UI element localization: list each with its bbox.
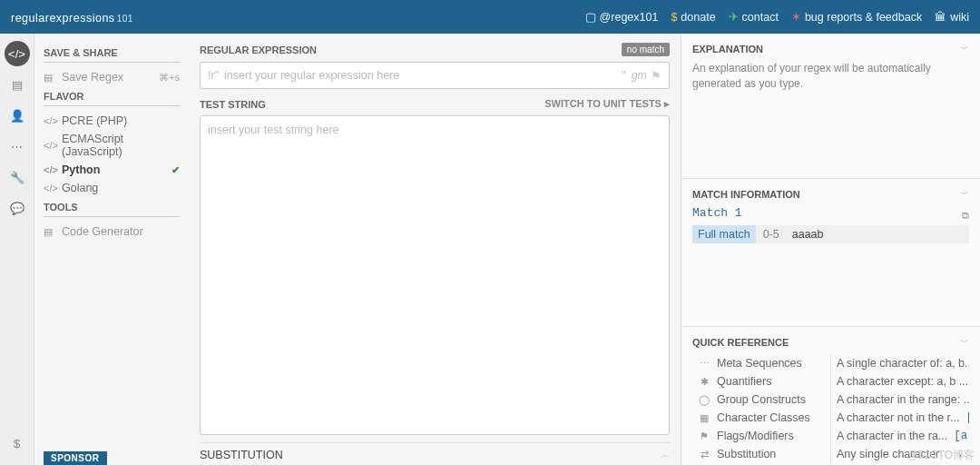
doc-icon: ▤ [44, 226, 56, 238]
regex-title: REGULAR EXPRESSION [200, 45, 317, 55]
flavor-label: Python [62, 163, 100, 176]
qref-desc: A character in the range: ... [837, 393, 969, 406]
link-wiki[interactable]: 🏛wiki [935, 10, 969, 24]
delim-open: !r" [208, 69, 219, 82]
qref-desc: Any single character [837, 448, 939, 460]
sub-title: SUBSTITUTION [200, 449, 283, 461]
regex-placeholder: insert your regular expression here [224, 69, 622, 82]
match-row-head: Match 1 ⧉ [692, 206, 969, 225]
qref-cat-label: Substitution [717, 448, 776, 460]
quickref-categories: ⋯Meta Sequences ✱Quantifiers ◯Group Cons… [692, 354, 831, 463]
code-icon: </> [44, 115, 56, 126]
flavor-label: Golang [62, 182, 98, 194]
regex-flags[interactable]: gm [632, 69, 647, 82]
match-range: 0-5 [756, 225, 787, 243]
sponsor-badge[interactable]: SPONSOR [44, 451, 107, 465]
flavor-pcre[interactable]: </>PCRE (PHP) [44, 112, 180, 130]
logo-light: expressions [49, 12, 114, 25]
right-column: EXPLANATION ﹀ An explanation of your reg… [681, 34, 980, 465]
quickref-title: QUICK REFERENCE [692, 337, 789, 348]
chevron-down-icon[interactable]: ﹀ [960, 336, 969, 349]
qref-cat-group[interactable]: ◯Group Constructs [692, 391, 830, 409]
link-label: contact [742, 11, 779, 24]
logo-sub: 101 [117, 14, 133, 24]
flavor-golang[interactable]: </>Golang [44, 179, 180, 197]
substitution-header[interactable]: SUBSTITUTION ︿ [200, 442, 670, 465]
qref-item[interactable]: A character not in the r...[^a-z] [831, 409, 969, 427]
link-label: bug reports & feedback [805, 11, 922, 24]
qref-token: [^a-z] [966, 411, 970, 424]
link-twitter[interactable]: ▢@regex101 [585, 10, 659, 24]
matchinfo-panel: MATCH INFORMATION ﹀ Match 1 ⧉ Full match… [681, 179, 980, 327]
qref-cat-meta[interactable]: ⋯Meta Sequences [692, 354, 830, 372]
match-row: Full match 0-5 aaaab [692, 225, 969, 243]
qref-item[interactable]: A single character of: a, b...[abc] [831, 354, 969, 372]
qref-cat-class[interactable]: ▦Character Classes [692, 409, 830, 427]
test-title: TEST STRING [200, 99, 266, 110]
twitter-icon: ▢ [585, 10, 596, 24]
flavor-ecmascript[interactable]: </>ECMAScript (JavaScript) [44, 130, 180, 161]
nav-editor-icon[interactable]: </> [5, 41, 30, 66]
qref-item[interactable]: Any single character. [831, 445, 969, 463]
save-share-heading: SAVE & SHARE [44, 47, 180, 63]
match-text: aaaab [787, 225, 829, 243]
explanation-text: An explanation of your regex will be aut… [692, 61, 969, 93]
chevron-up-icon[interactable]: ︿ [661, 449, 670, 461]
delim-close: " [622, 69, 625, 82]
logo: regularexpressions101 [11, 7, 133, 26]
chevron-down-icon[interactable]: ﹀ [960, 43, 969, 55]
nav-settings-icon[interactable]: 🔧 [5, 164, 30, 190]
shortcut-label: ⌘+s [159, 72, 180, 84]
contact-icon: ✈ [729, 10, 739, 24]
center-column: REGULAR EXPRESSION no match !r" insert y… [189, 34, 681, 465]
match-label[interactable]: Match 1 [692, 206, 742, 220]
code-icon: </> [44, 183, 56, 193]
matchinfo-title: MATCH INFORMATION [692, 189, 800, 200]
qref-cat-label: Flags/Modifiers [717, 430, 794, 442]
donate-icon: $ [671, 11, 677, 24]
flag-icon[interactable]: ⚑ [651, 69, 662, 83]
no-match-badge: no match [622, 43, 670, 56]
tools-heading: TOOLS [44, 202, 180, 217]
code-generator-button[interactable]: ▤Code Generator [44, 223, 180, 241]
regex-input[interactable]: !r" insert your regular expression here … [200, 62, 670, 89]
switch-tests-link[interactable]: SWITCH TO UNIT TESTS ▸ [544, 98, 670, 110]
qref-cat-sub[interactable]: ⇄Substitution [692, 445, 830, 463]
logo-bold: regular [11, 12, 49, 25]
export-icon[interactable]: ⧉ [962, 210, 969, 222]
qref-item[interactable]: A character except: a, b ...[^abc] [831, 372, 969, 391]
class-icon: ▦ [698, 412, 710, 424]
qref-cat-label: Quantifiers [717, 375, 771, 388]
nav-library-icon[interactable]: ▤ [5, 72, 30, 97]
qref-cat-flags[interactable]: ⚑Flags/Modifiers [692, 427, 830, 445]
nav-account-icon[interactable]: 👤 [5, 103, 30, 128]
chevron-down-icon[interactable]: ﹀ [960, 188, 969, 201]
qref-item[interactable]: A character in the ra...[a-zA-Z] [831, 427, 969, 445]
sidebar: SAVE & SHARE ▤ Save Regex ⌘+s FLAVOR </>… [34, 34, 189, 465]
nav-donate-icon[interactable]: $ [5, 430, 30, 456]
flavor-python[interactable]: </>Python✔ [44, 161, 180, 179]
test-string-input[interactable]: insert your test string here [200, 115, 670, 435]
save-regex-button[interactable]: ▤ Save Regex ⌘+s [44, 68, 180, 86]
quickref-panel: QUICK REFERENCE ﹀ ⋯Meta Sequences ✱Quant… [681, 327, 980, 465]
qref-cat-quant[interactable]: ✱Quantifiers [692, 372, 830, 391]
qref-token: . [956, 448, 964, 460]
group-icon: ◯ [698, 394, 710, 406]
qref-item[interactable]: A character in the range: ...[a-z] [831, 391, 969, 409]
quickref-body: ⋯Meta Sequences ✱Quantifiers ◯Group Cons… [692, 354, 969, 463]
explanation-head: EXPLANATION ﹀ [692, 43, 969, 55]
nav-debugger-icon[interactable]: ⋯ [5, 134, 30, 159]
save-icon: ▤ [44, 72, 56, 84]
link-contact[interactable]: ✈contact [729, 10, 779, 24]
nav-chat-icon[interactable]: 💬 [5, 195, 30, 221]
quickref-items: A single character of: a, b...[abc] A ch… [831, 354, 969, 463]
flavor-heading: FLAVOR [44, 91, 180, 106]
flags-icon: ⚑ [698, 430, 710, 442]
test-placeholder: insert your test string here [208, 124, 339, 136]
code-icon: </> [44, 164, 56, 175]
qref-token: [a-zA-Z] [954, 430, 969, 442]
link-donate[interactable]: $donate [671, 10, 715, 24]
link-label: donate [681, 11, 715, 24]
link-bugs[interactable]: ✶bug reports & feedback [791, 10, 922, 24]
qref-desc: A character not in the r... [837, 411, 960, 424]
